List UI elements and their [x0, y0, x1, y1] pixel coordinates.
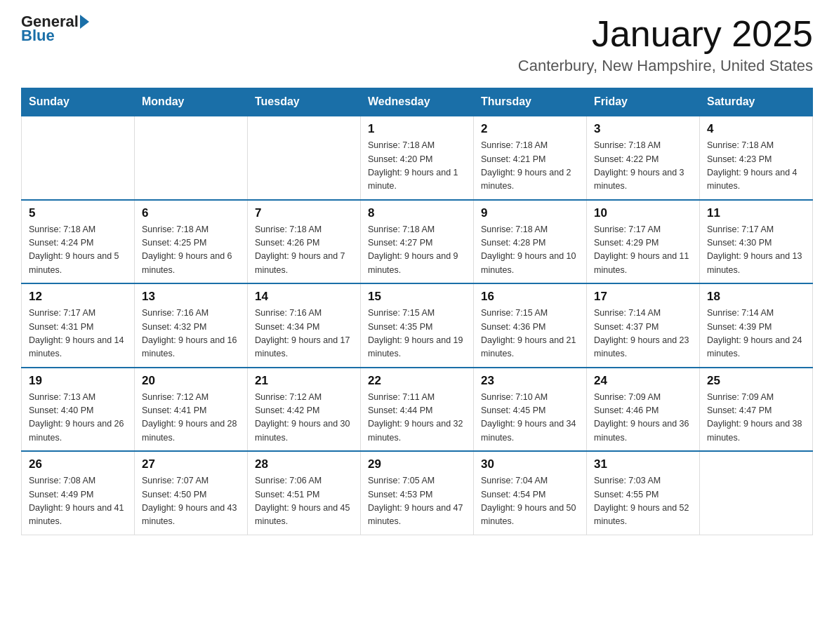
day-number: 24	[594, 374, 692, 388]
calendar-cell: 14Sunrise: 7:16 AMSunset: 4:34 PMDayligh…	[248, 283, 361, 368]
day-info: Sunrise: 7:09 AMSunset: 4:47 PMDaylight:…	[707, 391, 805, 445]
calendar-cell: 12Sunrise: 7:17 AMSunset: 4:31 PMDayligh…	[22, 283, 135, 368]
day-number: 16	[481, 290, 579, 304]
day-info: Sunrise: 7:12 AMSunset: 4:42 PMDaylight:…	[255, 391, 353, 445]
logo-arrow-icon	[80, 15, 89, 29]
day-number: 9	[481, 206, 579, 220]
day-number: 7	[255, 206, 353, 220]
day-number: 29	[368, 457, 466, 471]
day-number: 3	[594, 122, 692, 136]
calendar-subtitle: Canterbury, New Hampshire, United States	[518, 57, 813, 75]
day-info: Sunrise: 7:15 AMSunset: 4:35 PMDaylight:…	[368, 307, 466, 361]
calendar-cell: 27Sunrise: 7:07 AMSunset: 4:50 PMDayligh…	[135, 451, 248, 535]
day-number: 2	[481, 122, 579, 136]
day-info: Sunrise: 7:04 AMSunset: 4:54 PMDaylight:…	[481, 474, 579, 529]
logo: General Blue	[21, 14, 89, 43]
calendar-cell: 21Sunrise: 7:12 AMSunset: 4:42 PMDayligh…	[248, 368, 361, 452]
col-saturday: Saturday	[700, 88, 813, 116]
calendar-cell	[700, 451, 813, 535]
calendar-cell: 6Sunrise: 7:18 AMSunset: 4:25 PMDaylight…	[135, 200, 248, 284]
day-info: Sunrise: 7:17 AMSunset: 4:31 PMDaylight:…	[29, 307, 127, 361]
calendar-cell: 13Sunrise: 7:16 AMSunset: 4:32 PMDayligh…	[135, 283, 248, 368]
day-number: 5	[29, 206, 127, 220]
header-row: Sunday Monday Tuesday Wednesday Thursday…	[22, 88, 813, 116]
day-info: Sunrise: 7:18 AMSunset: 4:21 PMDaylight:…	[481, 139, 579, 194]
day-info: Sunrise: 7:18 AMSunset: 4:27 PMDaylight:…	[368, 223, 466, 278]
day-info: Sunrise: 7:15 AMSunset: 4:36 PMDaylight:…	[481, 307, 579, 361]
calendar-week-4: 19Sunrise: 7:13 AMSunset: 4:40 PMDayligh…	[22, 368, 813, 452]
day-info: Sunrise: 7:09 AMSunset: 4:46 PMDaylight:…	[594, 391, 692, 445]
day-number: 18	[707, 290, 805, 304]
calendar-cell: 23Sunrise: 7:10 AMSunset: 4:45 PMDayligh…	[474, 368, 587, 452]
day-info: Sunrise: 7:14 AMSunset: 4:39 PMDaylight:…	[707, 307, 805, 361]
calendar-cell: 18Sunrise: 7:14 AMSunset: 4:39 PMDayligh…	[700, 283, 813, 368]
calendar-cell	[248, 116, 361, 200]
day-info: Sunrise: 7:16 AMSunset: 4:34 PMDaylight:…	[255, 307, 353, 361]
calendar-cell: 25Sunrise: 7:09 AMSunset: 4:47 PMDayligh…	[700, 368, 813, 452]
col-monday: Monday	[135, 88, 248, 116]
day-number: 22	[368, 374, 466, 388]
day-info: Sunrise: 7:18 AMSunset: 4:26 PMDaylight:…	[255, 223, 353, 278]
calendar-cell: 8Sunrise: 7:18 AMSunset: 4:27 PMDaylight…	[361, 200, 474, 284]
day-info: Sunrise: 7:18 AMSunset: 4:28 PMDaylight:…	[481, 223, 579, 278]
logo-text-blue: Blue	[21, 28, 55, 43]
calendar-cell: 19Sunrise: 7:13 AMSunset: 4:40 PMDayligh…	[22, 368, 135, 452]
day-info: Sunrise: 7:03 AMSunset: 4:55 PMDaylight:…	[594, 474, 692, 529]
calendar-week-3: 12Sunrise: 7:17 AMSunset: 4:31 PMDayligh…	[22, 283, 813, 368]
calendar-cell: 29Sunrise: 7:05 AMSunset: 4:53 PMDayligh…	[361, 451, 474, 535]
calendar-cell: 20Sunrise: 7:12 AMSunset: 4:41 PMDayligh…	[135, 368, 248, 452]
day-info: Sunrise: 7:18 AMSunset: 4:25 PMDaylight:…	[142, 223, 240, 278]
col-tuesday: Tuesday	[248, 88, 361, 116]
calendar-cell: 16Sunrise: 7:15 AMSunset: 4:36 PMDayligh…	[474, 283, 587, 368]
day-number: 15	[368, 290, 466, 304]
calendar-cell: 31Sunrise: 7:03 AMSunset: 4:55 PMDayligh…	[587, 451, 700, 535]
day-info: Sunrise: 7:11 AMSunset: 4:44 PMDaylight:…	[368, 391, 466, 445]
calendar-title: January 2025	[518, 14, 813, 54]
col-friday: Friday	[587, 88, 700, 116]
day-info: Sunrise: 7:17 AMSunset: 4:29 PMDaylight:…	[594, 223, 692, 278]
day-info: Sunrise: 7:13 AMSunset: 4:40 PMDaylight:…	[29, 391, 127, 445]
col-sunday: Sunday	[22, 88, 135, 116]
day-number: 21	[255, 374, 353, 388]
col-wednesday: Wednesday	[361, 88, 474, 116]
day-info: Sunrise: 7:18 AMSunset: 4:23 PMDaylight:…	[707, 139, 805, 194]
day-number: 20	[142, 374, 240, 388]
calendar-cell: 10Sunrise: 7:17 AMSunset: 4:29 PMDayligh…	[587, 200, 700, 284]
calendar-week-1: 1Sunrise: 7:18 AMSunset: 4:20 PMDaylight…	[22, 116, 813, 200]
day-info: Sunrise: 7:05 AMSunset: 4:53 PMDaylight:…	[368, 474, 466, 529]
calendar-cell: 7Sunrise: 7:18 AMSunset: 4:26 PMDaylight…	[248, 200, 361, 284]
title-area: January 2025 Canterbury, New Hampshire, …	[518, 14, 813, 75]
day-number: 28	[255, 457, 353, 471]
day-info: Sunrise: 7:08 AMSunset: 4:49 PMDaylight:…	[29, 474, 127, 529]
calendar-cell: 24Sunrise: 7:09 AMSunset: 4:46 PMDayligh…	[587, 368, 700, 452]
day-info: Sunrise: 7:18 AMSunset: 4:20 PMDaylight:…	[368, 139, 466, 194]
calendar-cell: 17Sunrise: 7:14 AMSunset: 4:37 PMDayligh…	[587, 283, 700, 368]
calendar-cell: 2Sunrise: 7:18 AMSunset: 4:21 PMDaylight…	[474, 116, 587, 200]
day-info: Sunrise: 7:17 AMSunset: 4:30 PMDaylight:…	[707, 223, 805, 278]
day-number: 8	[368, 206, 466, 220]
calendar-cell: 4Sunrise: 7:18 AMSunset: 4:23 PMDaylight…	[700, 116, 813, 200]
day-number: 14	[255, 290, 353, 304]
calendar-cell: 5Sunrise: 7:18 AMSunset: 4:24 PMDaylight…	[22, 200, 135, 284]
calendar-cell: 1Sunrise: 7:18 AMSunset: 4:20 PMDaylight…	[361, 116, 474, 200]
day-number: 4	[707, 122, 805, 136]
calendar-table: Sunday Monday Tuesday Wednesday Thursday…	[21, 88, 813, 535]
calendar-week-2: 5Sunrise: 7:18 AMSunset: 4:24 PMDaylight…	[22, 200, 813, 284]
calendar-cell: 9Sunrise: 7:18 AMSunset: 4:28 PMDaylight…	[474, 200, 587, 284]
day-info: Sunrise: 7:18 AMSunset: 4:24 PMDaylight:…	[29, 223, 127, 278]
col-thursday: Thursday	[474, 88, 587, 116]
day-number: 6	[142, 206, 240, 220]
day-info: Sunrise: 7:18 AMSunset: 4:22 PMDaylight:…	[594, 139, 692, 194]
calendar-cell: 3Sunrise: 7:18 AMSunset: 4:22 PMDaylight…	[587, 116, 700, 200]
day-info: Sunrise: 7:06 AMSunset: 4:51 PMDaylight:…	[255, 474, 353, 529]
day-number: 13	[142, 290, 240, 304]
calendar-header: Sunday Monday Tuesday Wednesday Thursday…	[22, 88, 813, 116]
calendar-cell: 22Sunrise: 7:11 AMSunset: 4:44 PMDayligh…	[361, 368, 474, 452]
day-number: 23	[481, 374, 579, 388]
calendar-cell: 11Sunrise: 7:17 AMSunset: 4:30 PMDayligh…	[700, 200, 813, 284]
day-number: 10	[594, 206, 692, 220]
day-info: Sunrise: 7:14 AMSunset: 4:37 PMDaylight:…	[594, 307, 692, 361]
calendar-cell: 26Sunrise: 7:08 AMSunset: 4:49 PMDayligh…	[22, 451, 135, 535]
day-number: 27	[142, 457, 240, 471]
calendar-body: 1Sunrise: 7:18 AMSunset: 4:20 PMDaylight…	[22, 116, 813, 535]
